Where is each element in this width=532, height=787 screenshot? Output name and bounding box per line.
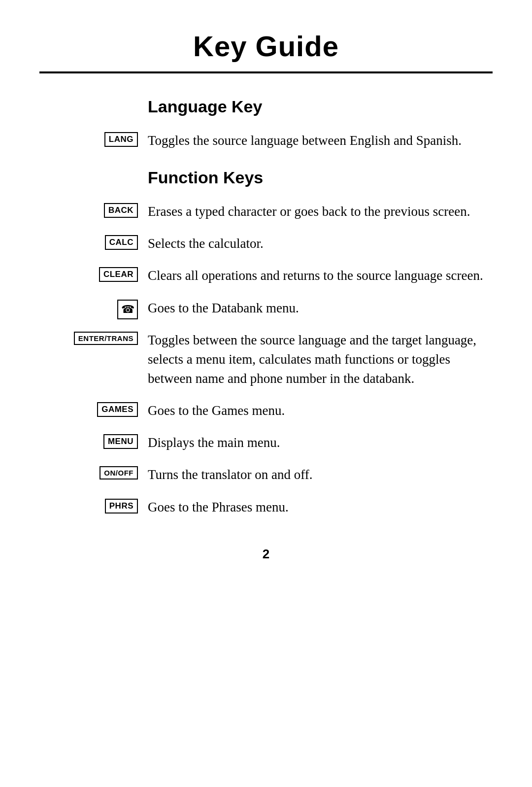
key-badge-games: GAMES [97, 402, 138, 417]
key-row-calc: CALC Selects the calculator. [148, 234, 493, 253]
key-label-area-games: GAMES [49, 402, 138, 417]
key-badge-phone: ☎ [117, 300, 138, 319]
page-number: 2 [39, 547, 493, 562]
key-badge-menu: MENU [103, 434, 138, 449]
key-row-menu: MENU Displays the main menu. [148, 433, 493, 452]
key-row-phrs: PHRS Goes to the Phrases menu. [148, 498, 493, 517]
key-label-area-calc: CALC [49, 235, 138, 250]
key-label-area-phone: ☎ [49, 300, 138, 319]
key-row-onoff: ON/OFF Turns the translator on and off. [148, 465, 493, 484]
key-label-area-lang: LANG [49, 132, 138, 147]
key-label-area-back: BACK [49, 203, 138, 218]
key-badge-phrs: PHRS [105, 499, 138, 513]
key-badge-calc: CALC [105, 235, 138, 250]
key-badge-lang: LANG [104, 132, 138, 147]
key-badge-back: BACK [104, 203, 138, 218]
key-description-clear: Clears all operations and returns to the… [148, 266, 493, 285]
key-description-phone: Goes to the Databank menu. [148, 299, 493, 318]
key-description-lang: Toggles the source language between Engl… [148, 131, 493, 150]
title-divider [39, 71, 493, 73]
key-description-onoff: Turns the translator on and off. [148, 465, 493, 484]
page: Key Guide Language Key LANG Toggles the … [0, 0, 532, 787]
key-label-area-phrs: PHRS [49, 499, 138, 513]
page-title: Key Guide [39, 30, 493, 63]
key-row-clear: CLEAR Clears all operations and returns … [148, 266, 493, 285]
key-label-area-clear: CLEAR [49, 267, 138, 282]
section-heading-function: Function Keys [148, 168, 493, 187]
content-area: Language Key LANG Toggles the source lan… [39, 97, 493, 517]
key-label-area-onoff: ON/OFF [49, 466, 138, 479]
key-badge-enter-trans: ENTER/TRANS [74, 332, 138, 345]
key-label-area-enter-trans: ENTER/TRANS [49, 332, 138, 345]
key-row-enter-trans: ENTER/TRANS Toggles between the source l… [148, 331, 493, 388]
key-description-games: Goes to the Games menu. [148, 401, 493, 420]
key-badge-onoff: ON/OFF [100, 466, 138, 479]
key-description-menu: Displays the main menu. [148, 433, 493, 452]
key-description-calc: Selects the calculator. [148, 234, 493, 253]
key-badge-clear: CLEAR [99, 267, 138, 282]
key-label-area-menu: MENU [49, 434, 138, 449]
key-row-phone: ☎ Goes to the Databank menu. [148, 299, 493, 318]
key-row-back: BACK Erases a typed character or goes ba… [148, 202, 493, 221]
key-row-games: GAMES Goes to the Games menu. [148, 401, 493, 420]
key-description-phrs: Goes to the Phrases menu. [148, 498, 493, 517]
key-row-lang: LANG Toggles the source language between… [148, 131, 493, 150]
key-description-back: Erases a typed character or goes back to… [148, 202, 493, 221]
section-heading-language: Language Key [148, 97, 493, 116]
phone-icon: ☎ [121, 303, 134, 316]
key-description-enter-trans: Toggles between the source language and … [148, 331, 493, 388]
